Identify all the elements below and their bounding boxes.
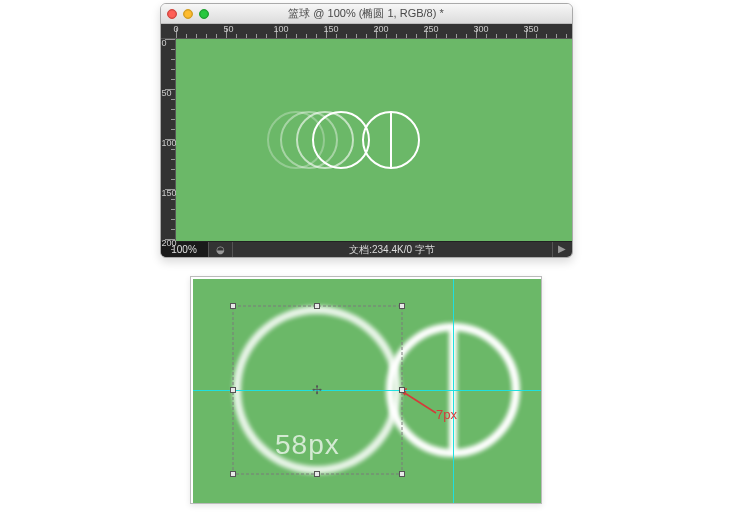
play-icon[interactable]: ▶ — [552, 242, 572, 257]
canvas[interactable] — [176, 39, 572, 241]
statusbar: 100% ◒ 文档:234.4K/0 字节 ▶ — [161, 241, 572, 257]
handle-se[interactable] — [399, 471, 405, 477]
handle-n[interactable] — [314, 303, 320, 309]
handle-w[interactable] — [230, 387, 236, 393]
ruler-vertical[interactable]: 050100150200 — [161, 39, 176, 241]
handle-sw[interactable] — [230, 471, 236, 477]
handle-s[interactable] — [314, 471, 320, 477]
ruler-h-label: 50 — [224, 24, 234, 34]
ruler-h-label: 250 — [424, 24, 439, 34]
ellipse-shape[interactable] — [312, 111, 370, 169]
ruler-v-label: 200 — [162, 238, 177, 248]
ruler-h-label: 350 — [524, 24, 539, 34]
workspace: 050100150200 — [161, 39, 572, 241]
center-mark-icon: ✢ — [310, 383, 324, 397]
ruler-h-label: 300 — [474, 24, 489, 34]
ruler-h-label: 150 — [324, 24, 339, 34]
handle-ne[interactable] — [399, 303, 405, 309]
ruler-h-label: 100 — [274, 24, 289, 34]
ruler-v-label: 50 — [162, 88, 172, 98]
detail-canvas[interactable]: ✢ 58px 7px — [193, 279, 541, 503]
diameter-annotation: 58px — [275, 429, 340, 461]
ruler-v-label: 100 — [162, 138, 177, 148]
preview-icon[interactable]: ◒ — [209, 242, 233, 257]
detail-view: ✢ 58px 7px — [190, 276, 542, 504]
ruler-horizontal[interactable]: 050100150200250300350 — [161, 24, 572, 39]
ruler-v-label: 150 — [162, 188, 177, 198]
titlebar[interactable]: 篮球 @ 100% (椭圆 1, RGB/8) * — [161, 4, 572, 24]
editor-window: 篮球 @ 100% (椭圆 1, RGB/8) * 05010015020025… — [160, 3, 573, 258]
ruler-h-label: 0 — [174, 24, 179, 34]
handle-e[interactable] — [399, 387, 405, 393]
window-title: 篮球 @ 100% (椭圆 1, RGB/8) * — [161, 6, 572, 21]
ellipse-midline — [390, 111, 393, 169]
ruler-v-label: 0 — [162, 38, 167, 48]
doc-size-label: 文档:234.4K/0 字节 — [233, 243, 552, 257]
guide-horizontal[interactable] — [193, 390, 541, 391]
detail-artwork — [193, 279, 541, 503]
handle-nw[interactable] — [230, 303, 236, 309]
ruler-h-label: 200 — [374, 24, 389, 34]
guide-vertical[interactable] — [453, 279, 454, 503]
overlap-annotation: 7px — [436, 407, 457, 422]
